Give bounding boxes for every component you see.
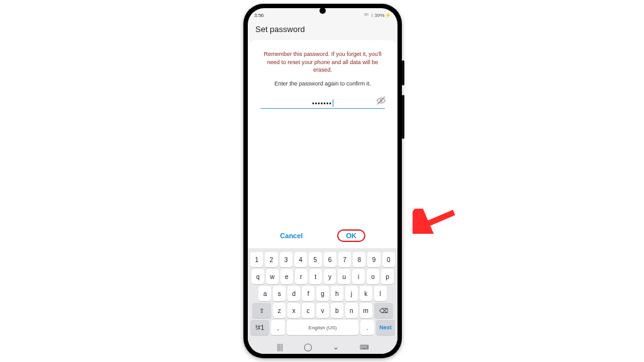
keyboard-row-3: a s d f g h j k l	[250, 286, 395, 301]
key-2[interactable]: 2	[265, 252, 277, 267]
key-backspace[interactable]: ⌫	[374, 303, 393, 318]
key-4[interactable]: 4	[294, 252, 307, 267]
nav-keyboard-icon[interactable]: ⌨	[360, 344, 369, 351]
key-r[interactable]: r	[295, 269, 308, 284]
visibility-toggle-icon[interactable]	[376, 96, 386, 107]
key-s[interactable]: s	[273, 286, 286, 301]
screen: 3:56 ⁵ᴳ ⫶ 39%⚡ Set password Remember thi…	[248, 8, 397, 354]
keyboard-row-1: 1 2 3 4 5 6 7 8 9 0	[250, 252, 395, 267]
password-mask: •••••••	[312, 100, 332, 107]
key-space[interactable]: English (US)	[287, 320, 358, 335]
phone-frame: 3:56 ⁵ᴳ ⫶ 39%⚡ Set password Remember thi…	[243, 4, 402, 358]
key-p[interactable]: p	[381, 269, 394, 284]
content-card: Remember this password. If you forget it…	[248, 40, 397, 248]
key-u[interactable]: u	[338, 269, 350, 284]
key-symbols[interactable]: !#1	[250, 320, 269, 335]
key-x[interactable]: x	[287, 303, 300, 318]
key-w[interactable]: w	[266, 269, 279, 284]
side-button-power	[402, 60, 404, 85]
annotation-arrow-icon	[413, 209, 457, 234]
key-1[interactable]: 1	[250, 252, 263, 267]
key-n[interactable]: n	[345, 303, 358, 318]
key-v[interactable]: v	[316, 303, 329, 318]
password-input[interactable]: •••••••	[260, 97, 385, 109]
key-o[interactable]: o	[367, 269, 379, 284]
warning-text: Remember this password. If you forget it…	[257, 50, 389, 80]
nav-bar: ||| ◯ ⌄ ⌨	[248, 339, 397, 354]
key-q[interactable]: q	[252, 269, 264, 284]
key-d[interactable]: d	[287, 286, 300, 301]
keyboard-row-2: q w e r t y u i o p	[250, 269, 395, 284]
key-g[interactable]: g	[316, 286, 329, 301]
key-0[interactable]: 0	[382, 252, 395, 267]
key-a[interactable]: a	[258, 286, 271, 301]
key-7[interactable]: 7	[338, 252, 351, 267]
nav-home-icon[interactable]: ◯	[304, 343, 312, 351]
key-9[interactable]: 9	[367, 252, 380, 267]
status-time: 3:56	[254, 13, 264, 18]
svg-line-3	[419, 212, 454, 228]
front-camera	[319, 8, 326, 14]
key-l[interactable]: l	[374, 286, 387, 301]
key-k[interactable]: k	[360, 286, 372, 301]
status-right: ⁵ᴳ ⫶ 39%⚡	[364, 13, 391, 18]
key-y[interactable]: y	[324, 269, 336, 284]
key-6[interactable]: 6	[324, 252, 336, 267]
key-e[interactable]: e	[280, 269, 293, 284]
key-t[interactable]: t	[309, 269, 322, 284]
key-5[interactable]: 5	[309, 252, 321, 267]
action-row: Cancel OK	[257, 229, 389, 248]
key-next[interactable]: Next	[376, 320, 395, 335]
key-b[interactable]: b	[331, 303, 343, 318]
key-m[interactable]: m	[360, 303, 372, 318]
key-period[interactable]: .	[360, 320, 374, 335]
side-button-volume	[402, 95, 404, 139]
key-c[interactable]: c	[302, 303, 314, 318]
key-i[interactable]: i	[352, 269, 365, 284]
nav-recent-icon[interactable]: |||	[277, 343, 282, 351]
page-title: Set password	[248, 21, 397, 40]
key-comma[interactable]: ,	[271, 320, 285, 335]
key-h[interactable]: h	[331, 286, 343, 301]
keyboard-row-5: !#1 , English (US) . Next	[250, 320, 395, 335]
key-8[interactable]: 8	[353, 252, 365, 267]
key-3[interactable]: 3	[280, 252, 292, 267]
text-cursor	[333, 99, 333, 107]
prompt-text: Enter the password again to confirm it.	[257, 80, 389, 87]
key-f[interactable]: f	[302, 286, 314, 301]
keyboard: 1 2 3 4 5 6 7 8 9 0 q w e r t y	[248, 248, 397, 339]
ok-button[interactable]: OK	[337, 229, 365, 242]
nav-back-icon[interactable]: ⌄	[333, 343, 339, 351]
key-z[interactable]: z	[273, 303, 286, 318]
keyboard-row-4: ⇧ z x c v b n m ⌫	[250, 303, 395, 318]
cancel-button[interactable]: Cancel	[280, 232, 303, 239]
password-field-row: •••••••	[260, 97, 385, 109]
key-j[interactable]: j	[345, 286, 358, 301]
key-shift[interactable]: ⇧	[252, 303, 271, 318]
